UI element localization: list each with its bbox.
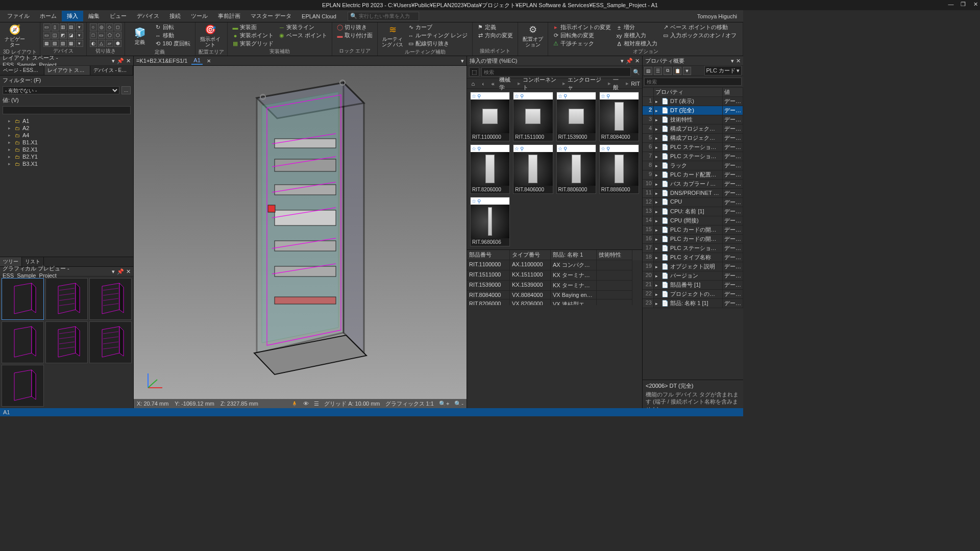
rotate-button[interactable]: ↻回転 [154, 23, 192, 31]
copy-icon[interactable]: ⧉ [664, 67, 672, 75]
property-row[interactable]: 8▸📄 ラックデータが… [643, 161, 743, 170]
back-icon[interactable]: ‹ [479, 81, 487, 87]
eye-icon[interactable]: 👁 [303, 400, 309, 407]
table-header[interactable]: 部品: 名称 1 [551, 250, 597, 260]
property-row[interactable]: 20▸📄 バージョンデータが… [643, 271, 743, 281]
property-row[interactable]: 3▸📄 技術特性データが… [643, 115, 743, 124]
menu-ホーム[interactable]: ホーム [35, 11, 62, 21]
table-row[interactable]: RIT.8084000VX.8084000VX Baying enclos… [467, 291, 642, 299]
3d-viewport[interactable]: X: 20.74 mmY: -1069.12 mmZ: 2327.85 mm 🧍… [134, 66, 467, 408]
property-row[interactable]: 5▸📄 構成プロジェクト (間接)データが… [643, 134, 743, 143]
part-card[interactable]: ☆⚲RIT.8886000 [599, 144, 639, 194]
property-row[interactable]: 2▸📄 DT (完全)データが… [643, 106, 743, 115]
properties-search-input[interactable] [644, 78, 742, 86]
paste-icon[interactable]: 📋 [673, 67, 681, 75]
tree-item[interactable]: ▸🗀A4 [1, 132, 132, 139]
pin-icon[interactable]: 📌 [117, 58, 124, 64]
part-card[interactable]: ☆⚲RIT.8406000 [513, 144, 553, 194]
property-row[interactable]: 11▸📄 DNS/PROFINET デバイス名データが… [643, 189, 743, 198]
bookmark-icon[interactable]: ⚲ [520, 146, 524, 152]
property-row[interactable]: 15▸📄 PLC カードの開始アドレスデータが… [643, 226, 743, 235]
property-row[interactable]: 17▸📄 PLC ステーション: タイプデータが… [643, 244, 743, 253]
menu-ツール[interactable]: ツール [186, 11, 213, 21]
part-card[interactable]: ☆⚲RIT.8084000 [599, 92, 639, 141]
property-row[interactable]: 4▸📄 構成プロジェクト (複数の …データが… [643, 124, 743, 134]
property-row[interactable]: 6▸📄 PLC ステーション: IDデータが… [643, 143, 743, 152]
placement-options-button[interactable]: ⚙配置オプション [521, 23, 545, 48]
property-row[interactable]: 10▸📄 バス カプラー / ヘッド ステー…データが… [643, 180, 743, 189]
tree-item[interactable]: ▸🗀B2.X1 [1, 146, 132, 153]
star-icon[interactable]: ☆ [514, 146, 519, 152]
property-row[interactable]: 12▸📄 CPUデータが… [643, 198, 743, 207]
left-tab[interactable]: レイアウト スペース - E… [44, 66, 90, 75]
filter-more-button[interactable]: … [121, 86, 131, 94]
preview-thumb[interactable] [2, 321, 44, 363]
part-card[interactable]: ☆⚲RIT.8206000 [470, 144, 510, 194]
left-tab[interactable]: デバイス - ESS_Sam… [90, 66, 133, 75]
person-icon[interactable]: 🧍 [291, 400, 298, 407]
qat-dropdown-icon[interactable]: ▾ [66, 2, 74, 9]
table-header[interactable]: タイプ番号 [510, 250, 551, 260]
category-combo[interactable]: PLC カード▾ [704, 66, 742, 76]
bookmark-icon[interactable]: ⚲ [606, 146, 610, 152]
navigator-button[interactable]: 🧭ナビゲーター [3, 23, 27, 48]
search-icon[interactable]: 🔍 [633, 69, 640, 76]
property-row[interactable]: 7▸📄 PLC ステーション: ID (間接)データが… [643, 152, 743, 161]
star-icon[interactable]: ☆ [601, 146, 605, 152]
star-icon[interactable]: ☆ [472, 146, 476, 152]
star-icon[interactable]: ☆ [558, 146, 562, 152]
tell-me-search[interactable]: 🔍 [348, 12, 419, 21]
bookmark-icon[interactable]: ⚲ [564, 93, 567, 99]
star-icon[interactable]: ☆ [514, 93, 519, 99]
property-row[interactable]: 1▸📄 DT (表示)データが… [643, 97, 743, 106]
preview-thumb[interactable] [45, 321, 88, 363]
menu-接続[interactable]: 接続 [164, 11, 186, 21]
close-panel-icon[interactable]: ✕ [126, 58, 131, 64]
tree-item[interactable]: ▸🗀B3.X1 [1, 160, 132, 167]
table-row[interactable]: RIT.8206000VX.8206000VX 連結型エンクロ… [467, 299, 642, 305]
qat-undo-icon[interactable]: ↶ [30, 2, 37, 9]
star-icon[interactable]: ☆ [601, 93, 605, 99]
part-card[interactable]: ☆⚲RIT.1100000 [470, 92, 510, 141]
menu-編集[interactable]: 編集 [83, 11, 105, 21]
menu-事前計画[interactable]: 事前計画 [213, 11, 246, 21]
preview-thumb[interactable] [2, 278, 44, 320]
menu-ファイル[interactable]: ファイル [2, 11, 35, 21]
list-view-icon[interactable]: ☰ [654, 67, 662, 75]
panel-menu-icon[interactable]: ▾ [112, 58, 115, 64]
home-icon[interactable]: ⌂ [469, 81, 477, 87]
insert-search-input[interactable] [481, 67, 631, 77]
property-row[interactable]: 9▸📄 PLC カード配置ラック IDデータが… [643, 170, 743, 180]
menu-ビュー[interactable]: ビュー [105, 11, 132, 21]
indication-point-button[interactable]: 🎯指示ポイント [199, 23, 222, 48]
menu-挿入[interactable]: 挿入 [62, 11, 83, 21]
qat-open-icon[interactable]: 📂 [11, 2, 18, 9]
preview-thumb[interactable] [89, 278, 132, 320]
insert-mode-icon[interactable]: ⬚ [469, 67, 479, 77]
property-row[interactable]: 19▸📄 オブジェクト説明データが… [643, 262, 743, 271]
tell-me-input[interactable] [359, 13, 416, 19]
qat-new-icon[interactable]: ▱ [2, 2, 9, 9]
star-icon[interactable]: ☆ [558, 93, 562, 99]
define-button[interactable]: 🧊定義 [128, 23, 152, 48]
preview-thumb[interactable] [89, 321, 132, 363]
preview-thumb[interactable] [2, 365, 44, 407]
table-row[interactable]: RIT.1100000AX.1100000AX コンパクトエンク… [467, 260, 642, 270]
part-card[interactable]: ☆⚲RIT.9680606 [470, 197, 510, 246]
table-header[interactable]: 部品番号 [467, 250, 510, 260]
menu-マスター データ[interactable]: マスター データ [246, 11, 297, 21]
device-ic[interactable]: ▭ [43, 23, 51, 31]
tab-dropdown-icon[interactable]: ▾ [461, 58, 464, 64]
filter-select[interactable]: - 有効でない - [3, 86, 119, 94]
bookmark-icon[interactable]: ⚲ [606, 93, 610, 99]
tree-item[interactable]: ▸🗀B2.Y1 [1, 153, 132, 160]
bookmark-icon[interactable]: ⚲ [477, 146, 481, 152]
move-button[interactable]: ↔移動 [154, 32, 192, 39]
table-row[interactable]: RIT.1511000KX.1511000KX ターミナルボック… [467, 270, 642, 281]
document-tab[interactable]: A1 [191, 57, 202, 65]
history-icon[interactable]: « [489, 81, 497, 87]
zoom-in-icon[interactable]: 🔍+ [439, 400, 449, 407]
qat-save-icon[interactable]: 💾 [20, 2, 28, 9]
qat-redo-icon[interactable]: ↷ [39, 2, 46, 9]
menu-デバイス[interactable]: デバイス [132, 11, 164, 21]
